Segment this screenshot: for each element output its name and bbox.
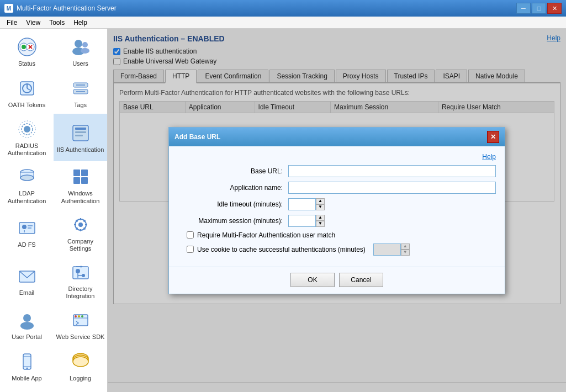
- sidebar-item-user-portal[interactable]: User Portal: [0, 305, 54, 346]
- svg-point-9: [81, 48, 89, 54]
- sidebar-label-company: Company Settings: [56, 238, 105, 252]
- idle-timeout-down[interactable]: ▼: [316, 204, 325, 210]
- idle-timeout-row: Idle timeout (minutes): 60 ▲ ▼: [178, 198, 496, 210]
- dialog-help-link[interactable]: Help: [178, 153, 496, 161]
- require-mfa-row: Require Multi-Factor Authentication user…: [178, 231, 496, 239]
- svg-point-27: [20, 175, 34, 181]
- dialog-footer: OK Cancel: [169, 267, 505, 294]
- dialog-close-button[interactable]: ✕: [487, 131, 499, 143]
- use-cookie-label: Use cookie to cache successful authentic…: [197, 246, 366, 253]
- adfs-icon: [16, 217, 38, 239]
- cookie-down[interactable]: ▼: [401, 250, 410, 256]
- svg-rect-30: [73, 177, 80, 184]
- cookie-input[interactable]: 60: [373, 243, 401, 256]
- sidebar-item-company-settings[interactable]: Company Settings: [54, 209, 107, 257]
- max-session-spinner-btns: ▲ ▼: [316, 215, 325, 227]
- sidebar-item-adfs[interactable]: AD FS: [0, 209, 54, 257]
- svg-rect-48: [73, 267, 88, 279]
- use-cookie-checkbox[interactable]: [187, 246, 194, 253]
- sidebar-label-logging: Logging: [70, 375, 91, 382]
- max-session-row: Maximum session (minutes): 480 ▲ ▼: [178, 215, 496, 227]
- app-name-input[interactable]: [288, 182, 496, 194]
- sidebar-label-ldap: LDAP Authentication: [2, 190, 51, 204]
- ldap-icon: [16, 166, 38, 188]
- max-session-up[interactable]: ▲: [316, 215, 325, 221]
- sidebar-item-email[interactable]: Email: [0, 257, 54, 304]
- sidebar-label-users: Users: [72, 60, 88, 67]
- svg-point-2: [22, 45, 26, 49]
- sidebar-item-mobile-app[interactable]: Mobile App: [0, 346, 54, 388]
- svg-point-55: [20, 322, 34, 330]
- sidebar-item-iis-auth[interactable]: IIS Authentication: [54, 114, 107, 161]
- sidebar-item-tags[interactable]: Tags: [54, 72, 107, 114]
- dialog-titlebar: Add Base URL ✕: [169, 128, 505, 146]
- sidebar-item-windows-auth[interactable]: Windows Authentication: [54, 161, 107, 209]
- sidebar-item-users[interactable]: Users: [54, 31, 107, 72]
- sidebar: Status Users: [0, 29, 108, 392]
- dialog-body: Help Base URL: Application name: Idle ti…: [169, 146, 505, 267]
- maximize-button[interactable]: □: [532, 3, 546, 14]
- add-base-url-dialog: Add Base URL ✕ Help Base URL: Applicatio…: [168, 127, 505, 294]
- sidebar-item-radius-auth[interactable]: RADIUS Authentication: [0, 114, 54, 161]
- menu-bar: File View Tools Help: [0, 17, 566, 29]
- sidebar-label-oath: OATH Tokens: [8, 102, 45, 109]
- sidebar-item-logging[interactable]: Logging: [54, 346, 107, 388]
- sidebar-label-iis: IIS Authentication: [57, 146, 104, 153]
- idle-timeout-input[interactable]: 60: [288, 198, 316, 210]
- menu-help[interactable]: Help: [69, 18, 92, 28]
- app-icon: M: [4, 4, 13, 13]
- base-url-row: Base URL:: [178, 165, 496, 177]
- menu-tools[interactable]: Tools: [45, 18, 69, 28]
- require-mfa-checkbox[interactable]: [187, 231, 194, 239]
- use-cookie-row: Use cookie to cache successful authentic…: [178, 243, 496, 256]
- sidebar-item-oath-tokens[interactable]: OATH Tokens: [0, 72, 54, 114]
- max-session-down[interactable]: ▼: [316, 221, 325, 227]
- svg-rect-24: [75, 135, 83, 136]
- idle-timeout-label: Idle timeout (minutes):: [178, 200, 288, 208]
- iis-icon: [70, 122, 92, 144]
- app-name-row: Application name:: [178, 182, 496, 194]
- svg-point-18: [24, 126, 30, 133]
- menu-file[interactable]: File: [2, 18, 22, 28]
- svg-point-67: [73, 357, 88, 367]
- max-session-input[interactable]: 480: [288, 215, 316, 227]
- sidebar-label-windows: Windows Authentication: [56, 190, 105, 204]
- email-icon: [16, 265, 38, 287]
- logging-icon: [70, 351, 92, 373]
- sidebar-item-directory-integration[interactable]: Directory Integration: [54, 257, 107, 304]
- svg-point-8: [82, 42, 88, 47]
- idle-timeout-spinner: 60 ▲ ▼: [288, 198, 325, 210]
- sidebar-label-email: Email: [19, 289, 35, 296]
- svg-point-6: [75, 40, 82, 47]
- sidebar-label-webservice: Web Service SDK: [56, 333, 105, 341]
- title-bar-left: M Multi-Factor Authentication Server: [4, 4, 117, 13]
- svg-rect-29: [81, 169, 88, 176]
- svg-rect-23: [75, 131, 86, 133]
- sidebar-grid: Status Users: [0, 31, 107, 388]
- svg-rect-32: [19, 223, 35, 234]
- svg-point-33: [22, 225, 27, 229]
- svg-rect-31: [81, 177, 88, 184]
- sidebar-label-directory: Directory Integration: [56, 285, 105, 300]
- max-session-label: Maximum session (minutes):: [178, 217, 288, 225]
- status-icon: [16, 36, 38, 58]
- sidebar-label-radius: RADIUS Authentication: [2, 142, 51, 157]
- app-name-label: Application name:: [178, 184, 288, 192]
- idle-timeout-up[interactable]: ▲: [316, 198, 325, 204]
- windows-icon: [70, 166, 92, 188]
- cancel-button[interactable]: Cancel: [339, 273, 383, 287]
- ok-button[interactable]: OK: [290, 273, 335, 287]
- sidebar-item-web-service-sdk[interactable]: Web Service SDK: [54, 305, 107, 346]
- sidebar-item-status[interactable]: Status: [0, 31, 54, 72]
- svg-point-59: [78, 315, 80, 317]
- svg-point-38: [78, 223, 83, 227]
- svg-point-52: [82, 274, 85, 277]
- dialog-overlay: Add Base URL ✕ Help Base URL: Applicatio…: [108, 29, 566, 392]
- cookie-up[interactable]: ▲: [401, 243, 410, 250]
- close-button[interactable]: ✕: [547, 3, 562, 14]
- sidebar-item-ldap-auth[interactable]: LDAP Authentication: [0, 161, 54, 209]
- minimize-button[interactable]: ─: [516, 3, 531, 14]
- base-url-input[interactable]: [288, 165, 496, 177]
- menu-view[interactable]: View: [22, 18, 45, 28]
- cookie-spinner-btns: ▲ ▼: [401, 243, 410, 256]
